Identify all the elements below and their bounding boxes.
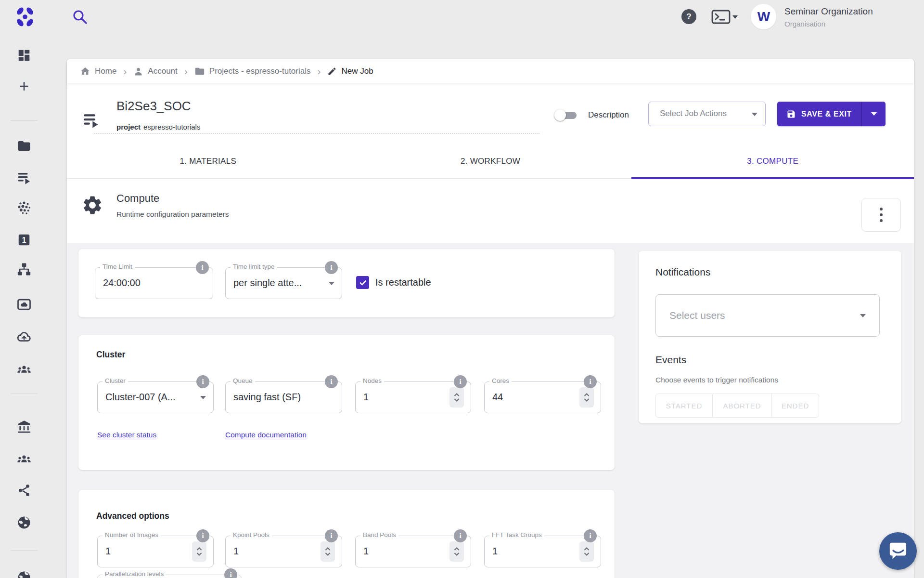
sidebar-item-public[interactable] [16,514,32,531]
info-icon[interactable] [454,529,467,542]
notifications-heading: Notifications [655,266,710,278]
advanced-heading: Advanced options [96,511,169,521]
sidebar-item-sharing[interactable] [16,482,32,499]
info-icon[interactable] [196,375,209,388]
cores-stepper[interactable]: Cores 44 [484,381,601,413]
breadcrumb-separator [310,66,327,77]
breadcrumb-project[interactable]: Projects - espresso-tutorials [194,66,311,77]
checkbox-checked[interactable] [356,276,369,289]
section-menu-button[interactable] [861,198,901,232]
sidebar-item-bottom-partial[interactable] [16,569,32,578]
info-icon[interactable] [454,375,467,388]
tab-workflow[interactable]: 2. WORKFLOW [349,144,632,178]
sidebar-item-jobs[interactable] [16,170,32,186]
stepper-icon [453,545,460,558]
select-users-placeholder: Select users [669,295,725,336]
kpoint-pools-stepper[interactable]: Kpoint Pools 1 [225,536,342,567]
org-info[interactable]: Seminar Organization Organisation [784,6,873,28]
sidebar-item-create-new[interactable] [16,78,32,94]
job-actions-select[interactable]: Select Job Actions [648,102,766,126]
job-type-icon [82,111,101,131]
console-menu-button[interactable] [711,10,738,24]
search-button[interactable] [72,9,89,26]
stepper-icon [453,391,460,404]
tab-materials[interactable]: 1. MATERIALS [67,144,349,178]
sidebar-item-projects[interactable] [16,138,32,154]
sidebar-item-materials[interactable] [16,199,32,216]
fft-task-groups-stepper[interactable]: FFT Task Groups 1 [484,536,601,567]
stepper-icon [583,545,590,558]
pencil-icon [327,66,337,76]
info-icon[interactable] [224,568,237,578]
sidebar-item-images[interactable] [16,296,32,313]
svg-text:1: 1 [22,236,26,244]
job-header: Bi2Se3_SOC projectespresso-tutorials Des… [67,83,914,144]
queue-field[interactable]: Queue saving fast (SF) [225,381,342,413]
is-restartable-checkbox-row[interactable]: Is restartable [356,276,431,289]
info-icon[interactable] [196,261,209,274]
gear-icon [81,194,103,218]
breadcrumb: Home Account Projects - espresso-tutoria… [67,59,914,83]
save-options-button[interactable] [862,102,886,126]
field-value: 1 [492,536,498,566]
event-aborted-button[interactable]: ABORTED [713,394,772,418]
breadcrumb-account[interactable]: Account [133,66,177,77]
share-icon [17,483,31,498]
stepper-arrows[interactable] [579,541,594,562]
globe-icon-partial [17,570,31,578]
info-icon[interactable] [325,375,338,388]
breadcrumb-label: Projects - espresso-tutorials [209,66,311,76]
field-value: 1 [105,536,111,566]
sidebar-item-org-users[interactable] [16,451,32,467]
event-started-button[interactable]: STARTED [655,394,713,418]
info-icon[interactable] [584,375,597,388]
cluster-select[interactable]: Cluster Cluster-007 (A... [97,381,214,413]
sidebar-item-organization[interactable] [16,419,32,435]
sidebar-item-cloud-upload[interactable] [16,328,32,345]
nodes-stepper[interactable]: Nodes 1 [355,381,471,413]
section-title: Compute [116,192,159,205]
event-ended-button[interactable]: ENDED [772,394,819,418]
compute-section-header: Compute Runtime configuration parameters [67,179,914,243]
number-of-images-stepper[interactable]: Number of Images 1 [97,536,214,567]
avatar[interactable]: W [751,4,776,29]
stepper-arrows[interactable] [192,541,206,562]
time-limit-field[interactable]: Time Limit 24:00:00 [95,267,213,299]
chevron-down-icon [200,396,206,399]
title-underline [94,133,539,134]
stepper-arrows[interactable] [579,387,594,407]
project-value: espresso-tutorials [143,123,200,131]
help-icon[interactable] [681,9,696,24]
breadcrumb-home[interactable]: Home [80,66,116,77]
parallelization-levels-field[interactable]: Parallelization levels [97,575,242,578]
person-icon [133,66,143,77]
stepper-arrows[interactable] [449,387,464,407]
save-icon [786,109,796,119]
band-pools-stepper[interactable]: Band Pools 1 [355,536,471,567]
compute-docs-link[interactable]: Compute documentation [225,431,307,439]
tab-compute[interactable]: 3. COMPUTE [631,144,914,178]
sidebar-item-dashboard[interactable] [16,47,32,64]
sidebar-item-one[interactable]: 1 [16,232,32,248]
save-exit-button[interactable]: SAVE & EXIT [777,102,861,126]
sidebar-divider [11,120,38,121]
field-value: 1 [363,536,369,566]
sidebar-item-workflows[interactable] [16,261,32,277]
stepper-arrows[interactable] [321,541,335,562]
info-icon[interactable] [325,261,338,274]
job-title[interactable]: Bi2Se3_SOC [116,99,191,114]
cluster-status-link[interactable]: See cluster status [97,431,156,439]
description-toggle[interactable] [554,110,578,120]
time-limit-type-select[interactable]: Time limit type per single atte... [225,267,342,299]
breadcrumb-label: Account [148,66,177,76]
dots-cluster-icon [17,200,31,215]
info-icon[interactable] [325,529,338,542]
sidebar-item-team[interactable] [16,361,32,378]
info-icon[interactable] [196,529,209,542]
chat-launcher[interactable] [879,532,917,570]
info-icon[interactable] [584,529,597,542]
select-users-dropdown[interactable]: Select users [655,294,880,337]
field-value: per single atte... [233,268,302,298]
stepper-arrows[interactable] [449,541,464,562]
app-logo[interactable] [14,5,36,28]
